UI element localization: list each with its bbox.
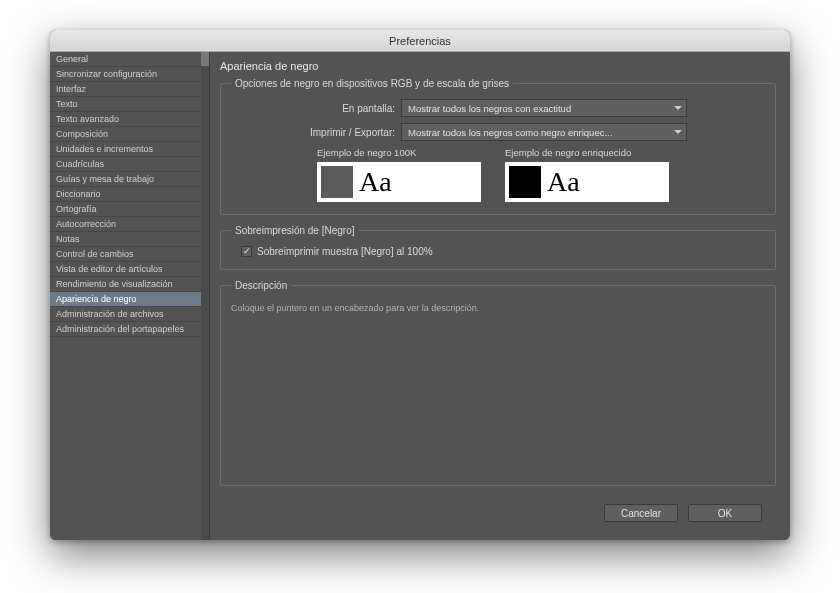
description-hint: Coloque el puntero en un encabezado para… [231,301,765,333]
chevron-down-icon [674,106,682,110]
sidebar-item[interactable]: Sincronizar configuración [50,67,209,82]
black-examples-row: Ejemplo de negro 100K Aa Ejemplo de negr… [317,147,765,202]
window-title: Preferencias [389,35,451,47]
overprint-check-row: ✓ Sobreimprimir muestra [Negro] al 100% [241,246,765,257]
sidebar-item[interactable]: Notas [50,232,209,247]
sidebar-scrollbar-thumb[interactable] [201,52,209,66]
cancel-button[interactable]: Cancelar [604,504,678,522]
panel-title: Apariencia de negro [220,60,776,72]
sample-text-100k: Aa [359,168,392,196]
ok-button[interactable]: OK [688,504,762,522]
sidebar-item[interactable]: Guías y mesa de trabajo [50,172,209,187]
description-group: Descripción Coloque el puntero en un enc… [220,280,776,486]
dialog-buttons: Cancelar OK [220,496,776,530]
example-100k-swatch: Aa [317,162,481,202]
print-export-row: Imprimir / Exportar: Mostrar todos los n… [231,123,765,141]
example-rich-column: Ejemplo de negro enriquecido Aa [505,147,669,202]
on-screen-value: Mostrar todos los negros con exactitud [408,103,571,114]
window-body: GeneralSincronizar configuraciónInterfaz… [50,52,790,540]
sidebar-item[interactable]: Unidades e incrementos [50,142,209,157]
on-screen-label: En pantalla: [231,103,401,114]
overprint-check-label: Sobreimprimir muestra [Negro] al 100% [257,246,433,257]
print-export-dropdown[interactable]: Mostrar todos los negros como negro enri… [401,123,687,141]
sidebar-item[interactable]: Rendimiento de visualización [50,277,209,292]
example-100k-column: Ejemplo de negro 100K Aa [317,147,481,202]
sidebar-item[interactable]: Interfaz [50,82,209,97]
sidebar-item[interactable]: Autocorrección [50,217,209,232]
sidebar-item[interactable]: Ortografía [50,202,209,217]
sidebar-item[interactable]: Cuadrículas [50,157,209,172]
print-export-label: Imprimir / Exportar: [231,127,401,138]
window-titlebar: Preferencias [50,30,790,52]
description-legend: Descripción [231,280,291,291]
sidebar-item[interactable]: General [50,52,209,67]
sidebar-item[interactable]: Composición [50,127,209,142]
sample-text-rich: Aa [547,168,580,196]
example-100k-label: Ejemplo de negro 100K [317,147,481,158]
black-options-group: Opciones de negro en dispositivos RGB y … [220,78,776,215]
sidebar-item[interactable]: Administración del portapapeles [50,322,209,337]
overprint-checkbox[interactable]: ✓ [241,246,252,257]
sidebar-item[interactable]: Vista de editor de artículos [50,262,209,277]
sidebar-item[interactable]: Texto [50,97,209,112]
swatch-rich-square [509,166,541,198]
black-options-legend: Opciones de negro en dispositivos RGB y … [231,78,513,89]
sidebar-item[interactable]: Administración de archivos [50,307,209,322]
chevron-down-icon [674,130,682,134]
example-rich-swatch: Aa [505,162,669,202]
print-export-value: Mostrar todos los negros como negro enri… [408,127,612,138]
sidebar-item[interactable]: Apariencia de negro [50,292,209,307]
on-screen-row: En pantalla: Mostrar todos los negros co… [231,99,765,117]
preferences-sidebar: GeneralSincronizar configuraciónInterfaz… [50,52,210,540]
overprint-legend: Sobreimpresión de [Negro] [231,225,359,236]
preferences-window: Preferencias GeneralSincronizar configur… [50,30,790,540]
swatch-100k-square [321,166,353,198]
sidebar-item[interactable]: Control de cambios [50,247,209,262]
example-rich-label: Ejemplo de negro enriquecido [505,147,669,158]
sidebar-item[interactable]: Texto avanzado [50,112,209,127]
overprint-group: Sobreimpresión de [Negro] ✓ Sobreimprimi… [220,225,776,270]
on-screen-dropdown[interactable]: Mostrar todos los negros con exactitud [401,99,687,117]
sidebar-scrollbar-track[interactable] [201,52,209,540]
sidebar-item[interactable]: Diccionario [50,187,209,202]
preferences-main-panel: Apariencia de negro Opciones de negro en… [210,52,790,540]
